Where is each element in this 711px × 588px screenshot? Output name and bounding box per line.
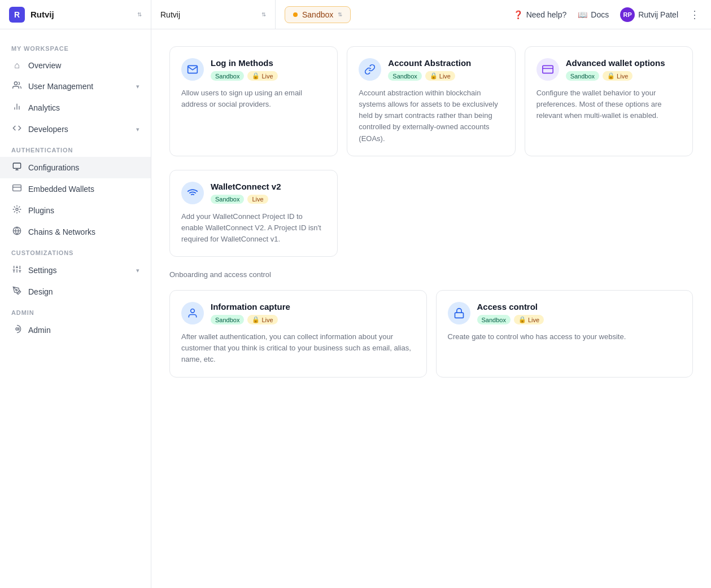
advanced-wallet-badges: Sandbox 🔒 Live xyxy=(566,71,665,81)
lock-icon: 🔒 xyxy=(518,316,526,323)
card-header-walletconnect: WalletConnect v2 Sandbox Live xyxy=(181,182,326,204)
access-control-desc: Create gate to control who has access to… xyxy=(448,331,682,343)
more-options-icon[interactable]: ⋮ xyxy=(690,8,700,21)
topbar-workspace-selector[interactable]: Rutvij ⇅ xyxy=(151,0,276,29)
card-header-advanced-wallet: Advanced wallet options Sandbox 🔒 Live xyxy=(536,58,681,81)
analytics-icon xyxy=(11,102,23,113)
topbar-logo[interactable]: R Rutvij ⇅ xyxy=(0,0,151,29)
account-abstraction-icon xyxy=(359,58,381,81)
information-capture-live-badge: 🔒 Live xyxy=(247,315,277,324)
card-header-access-control: Access control Sandbox 🔒 Live xyxy=(448,302,682,324)
user-management-chevron-icon: ▾ xyxy=(136,83,139,90)
card-walletconnect[interactable]: WalletConnect v2 Sandbox Live Add your W… xyxy=(169,170,338,257)
advanced-wallet-title: Advanced wallet options xyxy=(566,58,665,68)
admin-icon xyxy=(11,324,23,336)
design-icon xyxy=(11,286,23,297)
login-methods-title: Log in Methods xyxy=(211,58,278,68)
card-advanced-wallet[interactable]: Advanced wallet options Sandbox 🔒 Live C… xyxy=(525,46,693,156)
svg-point-21 xyxy=(16,289,18,291)
access-control-live-badge: 🔒 Live xyxy=(514,315,544,324)
advanced-wallet-live-badge: 🔒 Live xyxy=(603,71,633,81)
sidebar-item-overview[interactable]: ⌂ Overview xyxy=(0,55,151,76)
walletconnect-badges: Sandbox Live xyxy=(211,195,281,204)
sidebar-label-analytics: Analytics xyxy=(28,103,139,112)
login-methods-badges: Sandbox 🔒 Live xyxy=(211,71,278,81)
sidebar-label-plugins: Plugins xyxy=(28,206,139,215)
sidebar: MY WORKSPACE ⌂ Overview User Management … xyxy=(0,29,151,588)
lock-icon: 🔒 xyxy=(252,316,260,323)
svg-rect-23 xyxy=(542,65,552,73)
walletconnect-icon xyxy=(181,182,204,204)
sidebar-item-analytics[interactable]: Analytics xyxy=(0,97,151,119)
card-account-abstraction[interactable]: Account Abstraction Sandbox 🔒 Live Accou… xyxy=(347,46,515,156)
card-information-capture[interactable]: Information capture Sandbox 🔒 Live After… xyxy=(169,290,427,377)
lock-icon: 🔒 xyxy=(252,72,260,80)
onboarding-cards-grid: Information capture Sandbox 🔒 Live After… xyxy=(169,290,693,377)
card-header-login-methods: Log in Methods Sandbox 🔒 Live xyxy=(181,58,326,81)
user-avatar: RP xyxy=(620,7,635,22)
customizations-section-label: CUSTOMIZATIONS xyxy=(0,243,151,260)
sidebar-label-design: Design xyxy=(28,287,139,296)
svg-point-9 xyxy=(16,208,18,210)
settings-chevron-icon: ▾ xyxy=(136,267,139,274)
svg-point-0 xyxy=(14,82,17,85)
user-menu[interactable]: RP Rutvij Patel xyxy=(620,7,678,22)
login-methods-sandbox-badge: Sandbox xyxy=(211,71,244,81)
svg-rect-7 xyxy=(13,185,21,191)
authentication-section-label: AUTHENTICATION xyxy=(0,140,151,157)
login-methods-icon xyxy=(181,58,204,81)
sidebar-item-embedded-wallets[interactable]: Embedded Wallets xyxy=(0,178,151,200)
walletconnect-sandbox-badge: Sandbox xyxy=(211,195,244,204)
card-access-control[interactable]: Access control Sandbox 🔒 Live Create gat… xyxy=(436,290,693,377)
sidebar-item-user-management[interactable]: User Management ▾ xyxy=(0,76,151,97)
docs-icon: 📖 xyxy=(578,10,587,19)
embedded-wallets-icon xyxy=(11,183,23,195)
sidebar-label-chains-networks: Chains & Networks xyxy=(28,227,139,236)
docs-button[interactable]: 📖 Docs xyxy=(578,10,609,19)
sidebar-item-design[interactable]: Design xyxy=(0,281,151,302)
card-login-methods[interactable]: Log in Methods Sandbox 🔒 Live Allow user… xyxy=(169,46,338,156)
settings-icon xyxy=(11,265,23,276)
account-abstraction-title: Account Abstraction xyxy=(388,58,471,68)
chains-networks-icon xyxy=(11,226,23,238)
sidebar-item-developers[interactable]: Developers ▾ xyxy=(0,119,151,140)
sidebar-item-chains-networks[interactable]: Chains & Networks xyxy=(0,221,151,243)
walletconnect-grid: WalletConnect v2 Sandbox Live Add your W… xyxy=(169,170,693,257)
sidebar-item-admin[interactable]: Admin xyxy=(0,319,151,341)
logo-chevron-icon: ⇅ xyxy=(137,11,142,17)
main-layout: MY WORKSPACE ⌂ Overview User Management … xyxy=(0,29,711,588)
logo-name: Rutvij xyxy=(30,10,137,19)
advanced-wallet-sandbox-badge: Sandbox xyxy=(566,71,599,81)
onboarding-section-label: Onboarding and access control xyxy=(169,270,693,279)
plugins-icon xyxy=(11,205,23,216)
logo-badge: R xyxy=(9,7,25,23)
card-header-information-capture: Information capture Sandbox 🔒 Live xyxy=(181,302,415,324)
my-workspace-section-label: MY WORKSPACE xyxy=(0,38,151,55)
svg-rect-27 xyxy=(455,313,463,318)
sidebar-item-plugins[interactable]: Plugins xyxy=(0,200,151,221)
help-icon: ❓ xyxy=(513,10,523,19)
sidebar-item-settings[interactable]: Settings ▾ xyxy=(0,260,151,281)
access-control-sandbox-badge: Sandbox xyxy=(477,315,511,324)
account-abstraction-sandbox-badge: Sandbox xyxy=(388,71,421,81)
home-icon: ⌂ xyxy=(11,60,23,71)
information-capture-desc: After wallet authentication, you can col… xyxy=(181,331,415,365)
lock-icon: 🔒 xyxy=(430,72,438,80)
card-header-account-abstraction: Account Abstraction Sandbox 🔒 Live xyxy=(359,58,503,81)
sidebar-item-configurations[interactable]: Configurations xyxy=(0,157,151,178)
admin-section-label: ADMIN xyxy=(0,302,151,319)
env-status-dot xyxy=(293,12,298,17)
help-button[interactable]: ❓ Need help? xyxy=(513,10,567,19)
topbar-right: ❓ Need help? 📖 Docs RP Rutvij Patel ⋮ xyxy=(513,7,711,22)
account-abstraction-desc: Account abstraction within blockchain sy… xyxy=(359,87,503,144)
users-icon xyxy=(11,81,23,92)
walletconnect-title: WalletConnect v2 xyxy=(211,182,281,191)
walletconnect-desc: Add your WalletConnect Project ID to ena… xyxy=(181,211,326,245)
information-capture-badges: Sandbox 🔒 Live xyxy=(211,315,290,324)
account-abstraction-live-badge: 🔒 Live xyxy=(425,71,455,81)
svg-point-22 xyxy=(16,328,18,330)
sidebar-label-developers: Developers xyxy=(28,125,130,134)
env-selector[interactable]: Sandbox ⇅ xyxy=(285,6,351,23)
developers-icon xyxy=(11,124,23,135)
login-methods-live-badge: 🔒 Live xyxy=(247,71,277,81)
